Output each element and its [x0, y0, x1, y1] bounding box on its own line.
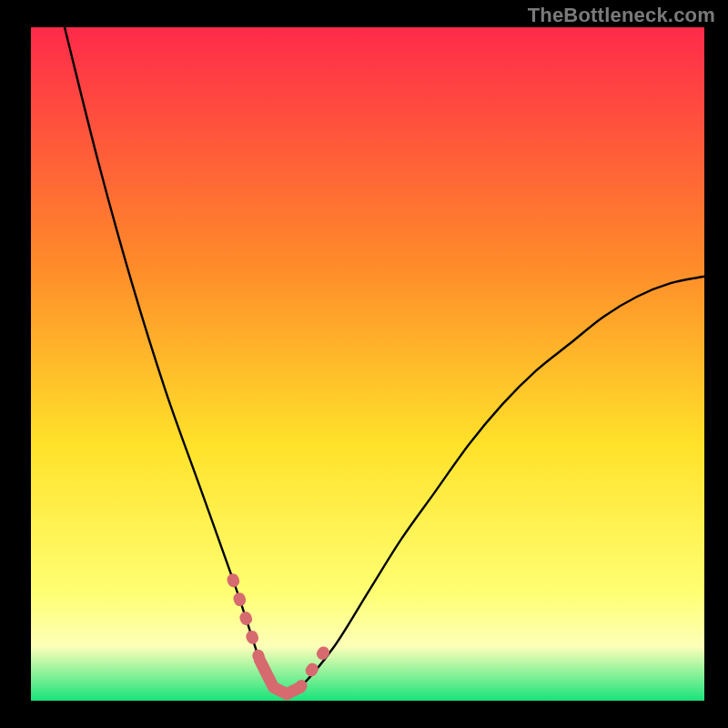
gradient-background — [31, 27, 704, 701]
plot-area — [31, 27, 704, 701]
chart-stage: TheBottleneck.com — [0, 0, 728, 728]
watermark-text: TheBottleneck.com — [528, 4, 715, 27]
bottleneck-chart — [31, 27, 704, 701]
